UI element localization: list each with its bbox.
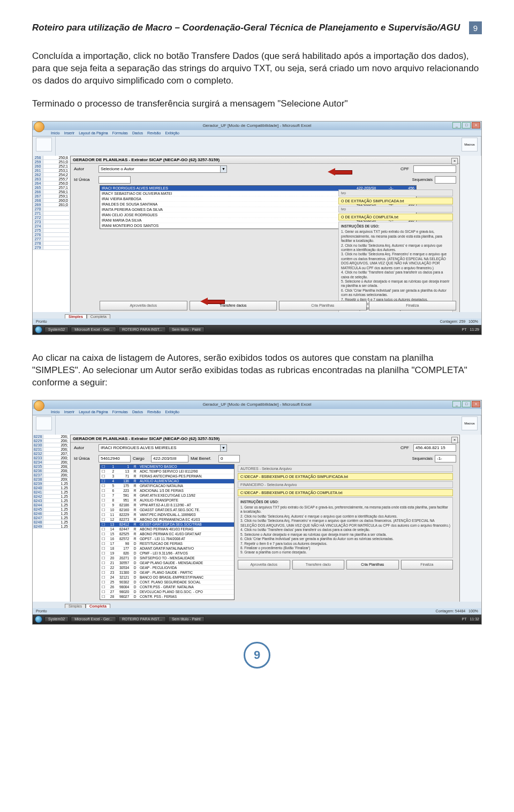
macros-button[interactable]: Macros [462,138,478,151]
cargo-field[interactable]: 422-203/SIII [151,455,188,462]
cria-planilhas-button[interactable]: Cria Planilhas [279,301,367,310]
rubrica-row[interactable]: ☐1482447RABONO PERMAN 481/03 FERIAS [100,527,234,532]
sheet-tab-completa[interactable]: Completa [87,314,110,318]
rubrica-row[interactable]: ☐5175RGRATIFICACAO NATALINA [100,484,234,489]
compl-file-button[interactable]: ivo [338,206,453,213]
ribbon-tab[interactable]: Layout da Página [79,131,108,135]
ribbon-tab[interactable]: Fórmulas [112,131,128,135]
sheet-tab-simples[interactable]: Simples [65,604,86,608]
ribbon-tab[interactable]: Dados [132,131,143,135]
mat-benef-field[interactable]: 0 [218,455,240,462]
rubrica-row[interactable]: ☐7591RGRAT.ATIV.EXECUT/GAE LD.13/92 [100,494,234,498]
rubrica-row[interactable]: ☐1798DRESTITUICAO DE FERIAS [100,542,234,547]
sequenciais-field[interactable] [435,176,456,184]
rubrica-row[interactable]: ☐1382412RGESST-GRAT.ESP.DA SEG.SOC/TRAB [100,522,234,527]
aproveita-dados-button[interactable]: Aproveita dados [238,560,290,570]
cpf-field[interactable] [413,165,456,173]
office-button-icon[interactable] [34,400,44,411]
autor-combobox[interactable]: IRACI RODRIGUES ALVES MEIRELES ▼ [99,444,227,452]
rubrica-row[interactable]: ☐11RVENCIMENTO BASICO [100,465,234,469]
rubrica-row[interactable]: ☐371RFERIAS ANTECIPADAS-PES.PERMAN. [100,474,234,479]
ribbon-tab[interactable]: Inserir [64,410,74,414]
rubrica-row[interactable]: ☐8951RAUXILIO-TRANSPORTE [100,498,234,503]
start-button-icon[interactable] [35,326,42,333]
aproveita-dados-button[interactable]: Aproveita dados [100,301,187,310]
taskbar-item[interactable]: ROTEIRO PARA INST... [118,327,166,332]
ribbon-tab[interactable]: Início [51,410,60,414]
rubrica-row[interactable]: ☐2898027DCONTR. PSS - FERIAS [100,595,234,599]
finaliza-button[interactable]: Finaliza [369,301,457,310]
rubrica-list[interactable]: ☐11RVENCIMENTO BASICO☐213RADIC.TEMPO SER… [100,464,235,600]
close-icon[interactable]: × [472,401,480,407]
taskbar-item[interactable]: Microsoft Excel - Ger... [71,616,116,622]
transfere-dados-button[interactable]: Transfere dado [292,560,345,570]
rubrica-row[interactable]: ☐2432121DBANCO DO BRASIL-EMPREST/FINANC [100,575,234,580]
taskbar-item[interactable]: Microsoft Excel - Ger... [71,327,116,332]
cpf-field[interactable]: 456.408.821 15 [413,444,456,452]
taskbar-item[interactable]: ROTEIRO PARA INST... [118,616,166,622]
taskbar-item[interactable]: System32 [44,616,69,622]
pane-close-icon[interactable]: × [451,158,458,164]
macros-button[interactable]: Macros [462,416,478,430]
ribbon-tab[interactable]: Inserir [64,131,74,135]
ribbon-tab[interactable]: Início [51,131,60,135]
rubrica-row[interactable]: ☐2590302DCONT. PLANO SEGURIDADE SOCIAL [100,580,234,585]
rubrica-row[interactable]: ☐1682572RGDPST - LEI 11.784/2008 AT [100,537,234,542]
minimize-icon[interactable]: _ [452,401,461,407]
rubrica-row[interactable]: ☐982186RVPNI ART.62-A LEI 8.112/90 - AT [100,503,234,508]
taskbar-item[interactable]: System32 [44,327,69,332]
cria-planilhas-button[interactable]: Cria Planilhas [346,560,399,570]
autor-combobox[interactable]: Selecione o Autor ▼ [99,165,227,173]
rubrica-row[interactable]: ☐1182229RVANT.PEC.INDIVIDUAL-L.10698/03 [100,513,234,518]
rubrica-row[interactable]: ☐2230534DGEAP - PECULIO/VIDA [100,566,234,571]
ribbon-tab[interactable]: Layout da Página [79,410,108,414]
taskbar-item[interactable]: Sem título - Paint [168,327,205,332]
dropdown-icon[interactable]: ▼ [220,166,226,172]
finaliza-button[interactable]: Finaliza [401,560,453,570]
pane-close-icon[interactable]: × [451,437,458,443]
taskbar-item[interactable]: Sem título - Paint [168,616,205,622]
ribbon-tab[interactable]: Revisão [147,131,161,135]
sheet-tab-completa[interactable]: Completa [86,604,110,608]
worksheet-row: 8233200; [33,456,69,460]
rubrica-row[interactable]: ☐1082160RGDASST GRAT.DES.AT.SEG.SOC.TE. [100,508,234,513]
autores-file-button[interactable]: AUTORES - Seleciona Arquivo [238,465,453,472]
start-button-icon[interactable] [35,616,42,623]
close-icon[interactable]: × [472,122,480,128]
sequenciais-field[interactable]: -1- [435,455,456,462]
ribbon-tab[interactable]: Fórmulas [112,410,128,414]
ribbon-tab[interactable]: Revisão [147,410,161,414]
simpl-file-button[interactable]: ivo [338,189,453,196]
rubrica-row[interactable]: ☐2331300DGEAP - PLANO SAUDE - PARTIC [100,571,234,575]
dropdown-icon[interactable]: ▼ [220,445,226,451]
ribbon-tab[interactable]: Exibição [165,410,179,414]
rubrica-row[interactable]: ☐2798020DDEVOLUCAO PLANO SEG.SOC. - CPO [100,590,234,595]
rubrica-row[interactable]: ☐4136RAUXILIO ALIMENTACAO [100,479,234,484]
worksheet-row: 277 [33,237,69,241]
worksheet-row: 82401.25 [33,486,69,490]
id-unica-field[interactable] [99,176,131,184]
minimize-icon[interactable]: _ [452,122,461,128]
financeiro-file-button[interactable]: FINANCEIRO - Seleciona Arquivo [238,481,453,488]
id-unica-field[interactable]: 54612940 [99,455,131,462]
rubrica-row[interactable]: ☐1582525RABONO PERMAN EC 41/03 GRAT.NAT [100,532,234,537]
status-ready: Pronto [36,609,47,613]
ribbon-tab[interactable]: Exibição [165,131,179,135]
ribbon-tab[interactable]: Dados [132,410,143,414]
maximize-icon[interactable]: □ [462,401,471,407]
sheet-tabs: Simples Completa [33,602,481,608]
rubrica-row[interactable]: ☐213RADIC.TEMPO SERVICO LEI 8112/90 [100,469,234,474]
normal-view-button[interactable] [36,138,52,151]
sheet-tab-simples[interactable]: Simples [65,314,87,318]
rubrica-row[interactable]: ☐1282273RABONO DE PERMANENCIA EC 41/03 [100,518,234,522]
rubrica-row[interactable]: ☐18177DADIANT.GRATIF.NATALINA/ATIVO [100,547,234,551]
office-button-icon[interactable] [34,122,44,132]
rubrica-row[interactable]: ☐6223RADICIONAL 1/3 DE FERIAS [100,489,234,494]
rubrica-row[interactable]: ☐19826DCPMF - LEI 9.311/96 - ATIVOS [100,551,234,556]
normal-view-button[interactable] [36,416,52,430]
maximize-icon[interactable]: □ [462,122,471,128]
paragraph-3: Ao clicar na caixa de listagem de Autore… [32,352,482,389]
rubrica-row[interactable]: ☐2698004DCONTR.PSS - GRATIF. NATALINA [100,585,234,590]
rubrica-row[interactable]: ☐2130557DGEAP PLANO SAUDE - MENSALIDADE [100,561,234,566]
rubrica-row[interactable]: ☐2020271DSINTSEP/GO TO - MENSALIDADE [100,556,234,561]
